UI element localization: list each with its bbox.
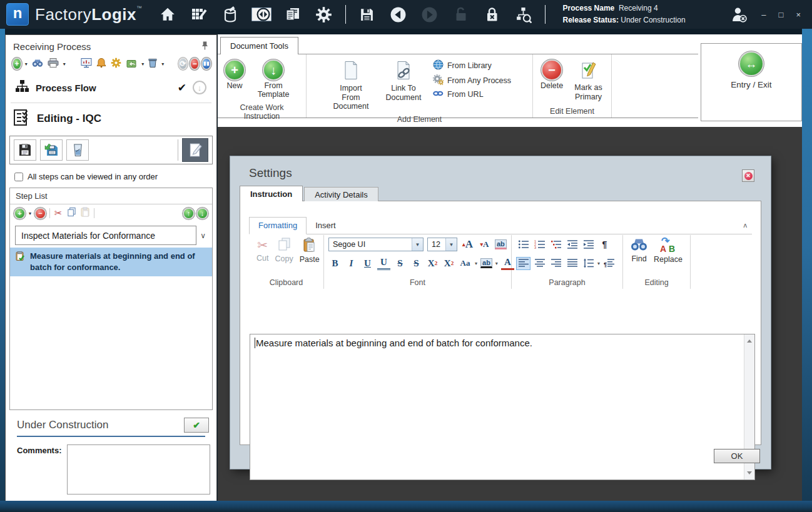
align-left-icon[interactable] [516,257,530,270]
tab-formatting[interactable]: Formatting [249,217,307,234]
strikethrough-button[interactable]: S [393,256,407,270]
collapse-circle-icon[interactable]: ↓ [193,81,206,94]
italic-button[interactable]: I [345,256,358,270]
align-right-icon[interactable] [549,257,563,270]
ok-button[interactable]: OK [714,449,760,463]
approve-status-button[interactable]: ✔ [184,418,209,433]
pilcrow-icon[interactable]: ¶ [597,238,612,251]
change-case-button[interactable]: Aa [459,256,472,270]
align-center-icon[interactable] [532,257,547,270]
grow-font-button[interactable]: ▴A [461,238,474,251]
remove-step-icon[interactable]: − [36,209,45,218]
schedule-edit-icon[interactable] [189,4,209,24]
stop-icon[interactable]: − [191,59,198,69]
dashboard-icon[interactable] [81,58,92,71]
bold-button[interactable]: B [328,256,342,270]
back-icon[interactable] [388,4,409,24]
settings-gear-icon[interactable] [314,4,334,24]
numbered-list-icon[interactable]: 123 [532,238,547,251]
from-any-process-item[interactable]: From Any Process [433,74,511,87]
clear-formatting-button[interactable]: ab [495,239,507,249]
increase-indent-icon[interactable] [581,238,596,251]
process-settings-gear-icon[interactable] [111,58,121,71]
tab-insert[interactable]: Insert [307,218,345,234]
documents-icon[interactable] [283,4,303,24]
comments-textarea[interactable] [67,444,210,494]
link-to-document-button[interactable]: Link To Document [380,58,427,104]
mark-as-primary-button[interactable]: Mark as Primary [569,58,607,104]
double-underline-button[interactable]: U [377,256,390,270]
any-order-checkbox[interactable] [14,173,23,181]
paste-step-icon[interactable] [81,207,89,219]
save-icon[interactable] [357,4,377,24]
tab-instruction[interactable]: Instruction [240,186,303,201]
print-dropdown-icon[interactable]: ▾ [63,61,66,67]
dialog-close-button[interactable]: ✕ [742,169,754,182]
move-step-up-icon[interactable]: ↑ [184,209,193,218]
close-button[interactable]: × [796,10,801,19]
minimize-button[interactable]: – [761,10,766,19]
import-document-button[interactable] [40,139,63,161]
stage-row[interactable]: Editing - IQC [6,103,216,133]
export-dropdown-icon[interactable]: ▾ [141,61,144,67]
step-name-input[interactable]: Inspect Materials for Conformance [15,226,196,245]
replace-button[interactable]: ↷ A B Replace [651,235,686,264]
edit-work-instruction-button[interactable] [182,138,208,162]
from-library-item[interactable]: From Library [433,59,511,72]
subscript-button[interactable]: X2 [442,256,455,270]
cut-button[interactable]: ✂ Cut [253,235,272,264]
add-step-dropdown-icon[interactable]: ▾ [29,211,31,216]
find-icon[interactable] [32,58,43,70]
underline-button[interactable]: U [361,256,374,270]
lock-close-icon[interactable] [482,4,502,24]
highlight-color-button[interactable]: ab [480,258,492,268]
scroll-down-icon[interactable] [747,471,752,477]
from-url-item[interactable]: From URL [433,89,511,99]
home-icon[interactable] [158,4,178,24]
forward-icon[interactable] [420,4,440,24]
logout-user-icon[interactable] [729,4,749,24]
shrink-font-button[interactable]: ▾A [478,238,491,251]
unlock-icon[interactable] [451,4,471,24]
from-template-button[interactable]: ↓ From Template [250,58,297,102]
bullet-list-icon[interactable] [516,238,530,251]
step-name-expander-icon[interactable]: ∨ [200,231,208,240]
font-family-select[interactable]: Segoe UI ▼ [328,238,424,251]
font-size-select[interactable]: 12 ▼ [427,238,457,251]
add-step-icon[interactable]: + [15,209,24,218]
line-spacing-dropdown-icon[interactable]: ▾ [597,261,600,266]
delete-process-icon[interactable] [148,58,157,71]
paragraph-indent-icon[interactable]: ¶ [602,257,616,270]
process-flow-row[interactable]: Process Flow ✔ ↓ [11,76,211,103]
maximize-button[interactable]: □ [779,10,784,19]
pin-icon[interactable] [201,41,209,53]
print-icon[interactable] [48,58,59,71]
find-button[interactable]: Find [627,235,651,264]
paste-button[interactable]: Paste [297,235,323,264]
justify-icon[interactable] [565,257,579,270]
import-from-document-button[interactable]: Import From Document [328,58,374,114]
pause-icon[interactable]: ▮▮ [203,59,210,69]
highlight-dropdown-icon[interactable]: ▾ [495,261,498,266]
multilevel-list-icon[interactable] [549,238,563,251]
process-navigator-icon[interactable] [251,8,272,21]
tab-activity-details[interactable]: Activity Details [304,187,378,201]
cut-step-icon[interactable]: ✂ [54,208,63,219]
move-step-down-icon[interactable]: ↓ [198,209,207,218]
step-list-item-selected[interactable]: Measure materials at beginning and end o… [10,248,212,276]
save-document-button[interactable] [14,139,36,161]
superscript-button[interactable]: X2 [426,256,439,270]
entry-exit-button[interactable]: ↔ Entry / Exit [701,53,801,89]
add-dropdown-icon[interactable]: ▾ [25,61,28,67]
add-icon[interactable]: + [13,59,21,69]
change-case-dropdown-icon[interactable]: ▾ [475,261,477,266]
discard-glass-button[interactable] [66,139,89,161]
alert-bell-icon[interactable] [96,58,106,71]
line-spacing-icon[interactable] [581,257,596,270]
export-process-icon[interactable] [126,58,137,71]
scroll-up-icon[interactable] [747,337,752,343]
collapse-ribbon-icon[interactable]: ᴧ [744,221,748,229]
delete-element-button[interactable]: − Delete [537,58,567,93]
instruction-editor[interactable]: Measure materials at beginning and end o… [250,334,755,480]
double-strikethrough-button[interactable]: S [410,256,423,270]
